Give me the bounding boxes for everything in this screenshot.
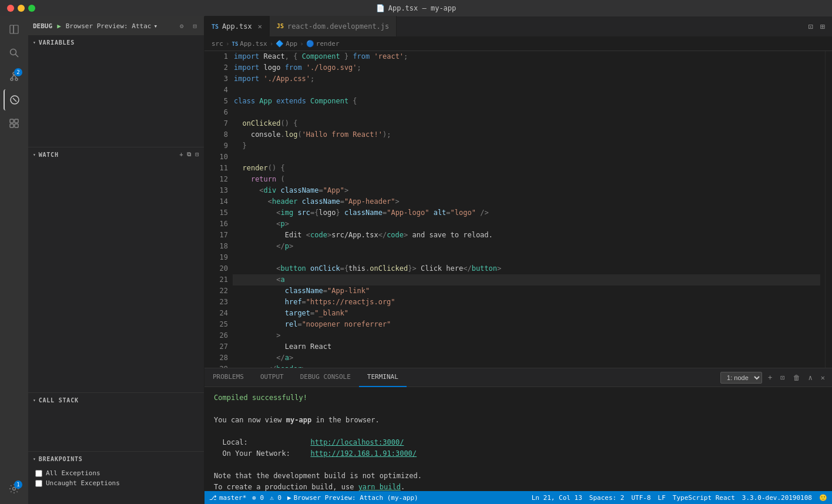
tab-problems[interactable]: PROBLEMS: [204, 368, 252, 387]
breadcrumb-src[interactable]: src: [212, 40, 223, 48]
close-button[interactable]: [7, 5, 14, 12]
status-spaces[interactable]: Spaces: 2: [589, 494, 625, 502]
code-line-8: console.log('Hallo from React!');: [233, 129, 820, 140]
debug-sidebar: DEBUG ▶ Browser Preview: Attac ▾ ⚙ ⊟ ▾ V…: [28, 16, 204, 504]
watch-add-button[interactable]: +: [180, 151, 184, 158]
svg-rect-14: [15, 124, 18, 127]
terminal-line-compiled: Compiled successfully!: [214, 392, 823, 403]
svg-line-3: [15, 54, 18, 57]
tab-bar: TS App.tsx ✕ JS react-dom.development.js…: [204, 16, 832, 37]
code-line-5: class App extends Component {: [233, 96, 820, 107]
sidebar-item-explorer[interactable]: [4, 19, 25, 40]
tab-close-app-tsx[interactable]: ✕: [258, 22, 262, 31]
terminal-line-build: To create a production build, use yarn b…: [214, 482, 823, 491]
activity-bar: 2 1: [0, 16, 28, 504]
status-right: Ln 21, Col 13 Spaces: 2 UTF-8 LF TypeScr…: [532, 494, 827, 502]
status-bar: ⎇ master* ⊗ 0 ⚠ 0 ▶ Browser Preview: Att…: [204, 491, 832, 504]
file-icon: 📄: [376, 4, 385, 12]
tab-debug-console[interactable]: DEBUG CONSOLE: [292, 368, 359, 387]
code-line-14: <header className="App-header">: [233, 196, 820, 207]
watch-header[interactable]: ▾ WATCH + ⧉ ⊟: [28, 147, 204, 162]
editor-layout-icon[interactable]: ⊞: [818, 21, 827, 32]
line-numbers: 12345 678910 1112131415 1617181920 21222…: [204, 51, 233, 368]
tab-terminal[interactable]: TERMINAL: [359, 368, 407, 387]
code-line-27: Learn React: [233, 341, 820, 352]
svg-point-4: [11, 78, 13, 80]
tab-app-tsx[interactable]: TS App.tsx ✕: [204, 16, 270, 36]
debug-settings-button[interactable]: ⚙: [177, 21, 186, 31]
panel-actions: 1: node + ⊡ 🗑 ∧ ✕: [716, 372, 832, 384]
uncaught-exceptions-checkbox[interactable]: [35, 480, 42, 487]
breakpoints-header[interactable]: ▾ BREAKPOINTS: [28, 452, 204, 466]
debug-toolbar: DEBUG ▶ Browser Preview: Attac ▾ ⚙ ⊟: [28, 16, 204, 35]
git-branch-icon: ⎇: [209, 494, 217, 502]
status-branch[interactable]: ⎇ master*: [209, 494, 246, 502]
breadcrumb-method-icon: 🔵: [306, 40, 314, 48]
breakpoints-title: BREAKPOINTS: [39, 456, 83, 462]
code-editor[interactable]: 12345 678910 1112131415 1617181920 21222…: [204, 51, 832, 368]
debug-preview-selector[interactable]: Browser Preview: Attac ▾: [66, 22, 157, 30]
all-exceptions-checkbox[interactable]: [35, 470, 42, 477]
split-terminal-button[interactable]: ⊡: [778, 372, 787, 383]
breadcrumb-app-tsx[interactable]: TSApp.tsx: [232, 40, 267, 48]
editor-scrollbar[interactable]: [825, 51, 832, 368]
panel-close-button[interactable]: ✕: [818, 372, 827, 383]
status-warnings[interactable]: ⚠ 0: [270, 494, 281, 502]
watch-title: WATCH: [39, 152, 59, 158]
delete-terminal-button[interactable]: 🗑: [791, 372, 803, 383]
callstack-header[interactable]: ▾ CALL STACK: [28, 393, 204, 407]
new-terminal-button[interactable]: +: [766, 372, 774, 383]
status-position[interactable]: Ln 21, Col 13: [532, 494, 582, 502]
code-content[interactable]: import React, { Component } from 'react'…: [233, 51, 825, 368]
uncaught-exceptions-label: Uncaught Exceptions: [46, 479, 120, 487]
split-editor-icon[interactable]: ⊡: [806, 21, 815, 32]
panel-tabs: PROBLEMS OUTPUT DEBUG CONSOLE TERMINAL 1…: [204, 368, 832, 387]
breadcrumb-render-method[interactable]: 🔵render: [306, 40, 340, 48]
tab-react-dom[interactable]: JS react-dom.development.js: [270, 16, 397, 36]
watch-collapse-button[interactable]: ⊟: [195, 151, 199, 158]
terminal-content[interactable]: Compiled successfully! You can now view …: [204, 387, 832, 491]
panel-maximize-button[interactable]: ∧: [806, 372, 815, 383]
status-errors[interactable]: ⊗ 0: [252, 494, 264, 502]
sidebar-item-extensions[interactable]: [4, 113, 25, 134]
status-encoding[interactable]: UTF-8: [631, 494, 650, 502]
watch-copy-button[interactable]: ⧉: [187, 151, 192, 158]
code-line-7: onClicked() {: [233, 118, 820, 129]
breadcrumb-app-class[interactable]: 🔷App: [276, 40, 297, 48]
sidebar-item-search[interactable]: [4, 42, 25, 63]
svg-point-5: [15, 78, 18, 80]
maximize-button[interactable]: [28, 5, 35, 12]
debug-label: DEBUG: [33, 22, 52, 30]
terminal-line-view: You can now view my-app in the browser.: [214, 415, 823, 425]
activity-bar-bottom: 1: [4, 478, 25, 504]
status-left: ⎇ master* ⊗ 0 ⚠ 0 ▶ Browser Preview: Att…: [209, 494, 418, 502]
tab-bar-actions: ⊡ ⊞: [801, 16, 832, 36]
debug-play-button[interactable]: ▶: [57, 22, 61, 30]
sidebar-item-debug[interactable]: [4, 89, 25, 110]
minimize-button[interactable]: [18, 5, 25, 12]
svg-line-10: [13, 98, 16, 102]
tab-output[interactable]: OUTPUT: [252, 368, 292, 387]
sidebar-item-settings[interactable]: 1: [4, 478, 25, 499]
tsx-icon: TS: [212, 23, 219, 30]
debug-toolbar-icons: ⚙ ⊟: [177, 21, 199, 31]
app-layout: 2 1 DEBUG ▶ Browser Preview: Attac ▾ ⚙: [0, 16, 832, 504]
status-language[interactable]: TypeScript React: [673, 494, 735, 502]
callstack-title: CALL STACK: [39, 397, 79, 404]
variables-header[interactable]: ▾ VARIABLES: [28, 35, 204, 49]
window-controls[interactable]: [7, 5, 35, 12]
tab-app-tsx-label: App.tsx: [222, 22, 252, 31]
terminal-selector[interactable]: 1: node: [720, 372, 762, 384]
status-version[interactable]: 3.3.0-dev.20190108: [742, 494, 812, 502]
status-smiley[interactable]: 🙂: [819, 494, 827, 502]
code-line-6: [233, 107, 820, 118]
breakpoints-arrow: ▾: [33, 456, 36, 462]
sidebar-item-source-control[interactable]: 2: [4, 66, 25, 87]
js-icon: JS: [277, 23, 284, 29]
breakpoint-all-exceptions: All Exceptions: [35, 468, 197, 478]
debug-layout-button[interactable]: ⊟: [190, 21, 199, 31]
panel: PROBLEMS OUTPUT DEBUG CONSOLE TERMINAL 1…: [204, 368, 832, 491]
tab-react-dom-label: react-dom.development.js: [287, 22, 389, 31]
status-line-ending[interactable]: LF: [658, 494, 666, 502]
status-debug-session[interactable]: ▶ Browser Preview: Attach (my-app): [287, 494, 418, 502]
